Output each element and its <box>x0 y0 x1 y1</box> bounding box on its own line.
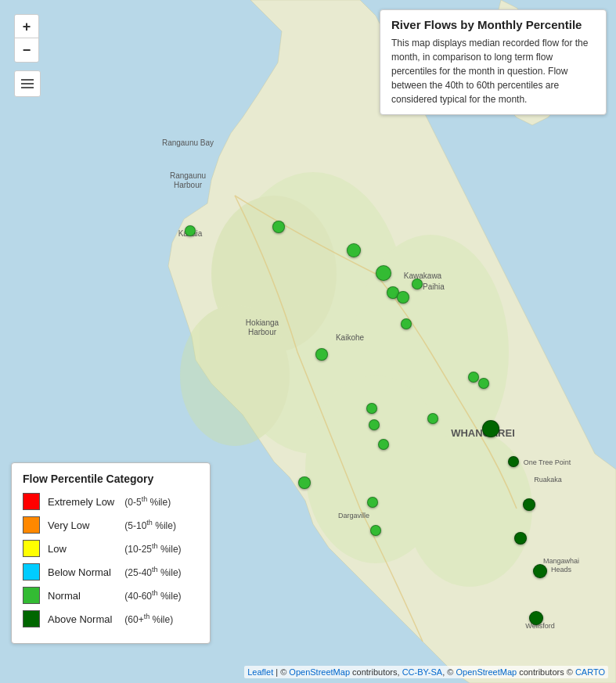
map-dot[interactable] <box>397 291 409 304</box>
legend-range-text: (0-5th %ile) <box>122 495 171 508</box>
legend-item: Above Normal (60+th %ile) <box>23 610 199 627</box>
map-dot[interactable] <box>367 497 378 508</box>
zoom-in-button[interactable]: + <box>15 15 38 38</box>
carto-link[interactable]: CARTO <box>575 667 605 677</box>
map-dot[interactable] <box>533 564 547 578</box>
legend-item: Below Normal (25-40th %ile) <box>23 563 199 581</box>
legend-range-text: (25-40th %ile) <box>122 566 182 578</box>
legend-range-text: (5-10th %ile) <box>122 519 176 531</box>
legend-item: Extremely Low (0-5th %ile) <box>23 493 199 510</box>
svg-text:Rangaunu: Rangaunu <box>170 171 206 180</box>
map-dot[interactable] <box>427 413 438 424</box>
legend-item: Very Low (5-10th %ile) <box>23 516 199 534</box>
info-box-description: This map displays median recorded flow f… <box>391 36 595 106</box>
svg-text:Harbour: Harbour <box>174 181 203 189</box>
svg-rect-23 <box>21 79 34 81</box>
legend-title: Flow Percentile Category <box>23 473 199 485</box>
map-container: Rangaunu Bay Rangaunu Harbour Kaitaia Ho… <box>0 0 616 683</box>
ccbysa-link[interactable]: CC-BY-SA <box>402 667 443 677</box>
map-dot[interactable] <box>369 419 380 430</box>
map-dot[interactable] <box>412 279 423 289</box>
map-dot[interactable] <box>376 265 391 281</box>
svg-text:Paihia: Paihia <box>423 282 445 291</box>
map-dot[interactable] <box>366 403 377 414</box>
legend-color-swatch <box>23 563 40 581</box>
svg-text:Hokianga: Hokianga <box>246 318 279 327</box>
map-dot[interactable] <box>523 498 535 511</box>
zoom-out-button[interactable]: − <box>15 38 38 62</box>
legend-range-text: (10-25th %ile) <box>122 542 182 555</box>
map-dot[interactable] <box>514 532 527 545</box>
map-dot[interactable] <box>378 439 389 450</box>
zoom-controls: + − <box>14 14 39 63</box>
legend-range-text: (60+th %ile) <box>122 613 173 625</box>
map-dot[interactable] <box>468 372 479 383</box>
legend-color-swatch <box>23 493 40 510</box>
legend-category-label: Very Low <box>48 519 122 531</box>
osm-link[interactable]: OpenStreetMap <box>289 667 350 677</box>
map-dot[interactable] <box>185 225 196 236</box>
svg-text:Harbour: Harbour <box>248 328 277 336</box>
legend: Flow Percentile Category Extremely Low (… <box>11 462 211 644</box>
osm2-link[interactable]: OpenStreetMap <box>456 667 517 677</box>
map-dot[interactable] <box>529 611 543 625</box>
legend-color-swatch <box>23 540 40 557</box>
svg-text:Ruakaka: Ruakaka <box>534 476 562 483</box>
legend-color-swatch <box>23 587 40 604</box>
legend-color-swatch <box>23 610 40 627</box>
legend-item: Normal (40-60th %ile) <box>23 587 199 604</box>
map-dot[interactable] <box>508 456 519 467</box>
svg-point-4 <box>407 430 532 587</box>
legend-item: Low (10-25th %ile) <box>23 540 199 557</box>
legend-category-label: Normal <box>48 590 122 602</box>
map-dot[interactable] <box>347 243 361 257</box>
legend-range-text: (40-60th %ile) <box>122 589 182 602</box>
legend-items-container: Extremely Low (0-5th %ile) Very Low (5-1… <box>23 493 199 627</box>
map-dot[interactable] <box>272 221 285 233</box>
layers-icon <box>20 76 35 92</box>
svg-text:One Tree Point: One Tree Point <box>524 458 571 466</box>
legend-category-label: Extremely Low <box>48 496 122 508</box>
svg-rect-24 <box>21 83 34 84</box>
svg-text:Kawakawa: Kawakawa <box>404 271 442 280</box>
svg-text:Kaikohe: Kaikohe <box>336 333 365 342</box>
svg-text:Heads: Heads <box>551 566 572 573</box>
layer-control-button[interactable] <box>14 70 41 97</box>
map-dot[interactable] <box>482 420 499 437</box>
attribution: Leaflet | © OpenStreetMap contributors, … <box>244 666 608 678</box>
info-box-title: River Flows by Monthly Percentile <box>391 18 595 31</box>
legend-category-label: Low <box>48 543 122 555</box>
svg-text:Rangaunu Bay: Rangaunu Bay <box>162 138 214 147</box>
map-dot[interactable] <box>401 318 412 329</box>
svg-rect-25 <box>21 87 34 88</box>
legend-category-label: Above Normal <box>48 613 122 625</box>
leaflet-link[interactable]: Leaflet <box>247 667 273 677</box>
map-dot[interactable] <box>315 348 328 361</box>
map-dot[interactable] <box>478 378 489 389</box>
map-dot[interactable] <box>298 476 311 489</box>
legend-category-label: Below Normal <box>48 566 122 578</box>
info-box: River Flows by Monthly Percentile This m… <box>380 9 607 115</box>
svg-text:Dargaville: Dargaville <box>338 512 369 519</box>
svg-text:Mangawhai: Mangawhai <box>543 557 579 565</box>
legend-color-swatch <box>23 516 40 534</box>
map-dot[interactable] <box>370 525 381 536</box>
